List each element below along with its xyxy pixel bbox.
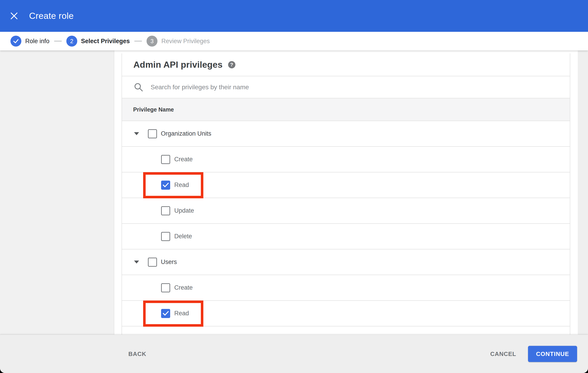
privilege-label: Read <box>174 310 189 317</box>
privilege-row-users[interactable]: Users <box>122 249 570 275</box>
close-button[interactable] <box>10 12 18 20</box>
help-icon[interactable]: ? <box>228 61 235 68</box>
privileges-panel: Admin API privileges ? Privilege Name Or… <box>122 53 570 373</box>
screen: Create role Role info 2 Select Privilege… <box>0 0 588 373</box>
privilege-label: Users <box>161 259 177 266</box>
privilege-rows: Organization UnitsCreateReadUpdateDelete… <box>122 121 570 354</box>
privilege-row-create[interactable]: Create <box>122 275 570 301</box>
checkbox-unchecked[interactable] <box>148 129 157 138</box>
privilege-row-read[interactable]: Read <box>122 172 570 198</box>
step-role-info[interactable]: Role info <box>10 36 50 47</box>
step-label: Review Privileges <box>161 38 210 45</box>
step-connector <box>54 41 62 41</box>
step-number-circle: 2 <box>66 36 77 47</box>
step-review-privileges[interactable]: 3 Review Privileges <box>147 36 210 47</box>
stepper: Role info 2 Select Privileges 3 Review P… <box>0 32 588 51</box>
checkbox-unchecked[interactable] <box>161 283 170 292</box>
check-icon <box>163 311 169 316</box>
privilege-label: Read <box>174 182 189 188</box>
footer-bar: BACK CANCEL CONTINUE <box>0 335 588 373</box>
checkbox-unchecked[interactable] <box>161 155 170 164</box>
checkbox-checked[interactable] <box>161 309 170 318</box>
step-complete-circle <box>10 36 21 47</box>
back-button[interactable]: BACK <box>128 351 146 358</box>
search-input[interactable] <box>150 83 492 91</box>
check-icon <box>163 183 169 187</box>
close-icon <box>10 12 18 20</box>
privilege-label: Organization Units <box>161 130 211 137</box>
privilege-label: Update <box>174 207 194 214</box>
create-role-dialog: Create role Role info 2 Select Privilege… <box>0 0 588 373</box>
dialog-title: Create role <box>29 11 74 21</box>
checkbox-checked[interactable] <box>161 181 170 190</box>
checkbox-unchecked[interactable] <box>148 258 157 267</box>
step-label: Select Privileges <box>81 38 130 45</box>
privilege-label: Create <box>174 156 193 163</box>
privilege-row-read[interactable]: Read <box>122 301 570 326</box>
privilege-label: Create <box>174 284 193 291</box>
check-icon <box>13 39 19 43</box>
left-sidebar <box>0 51 114 373</box>
expand-arrow-icon[interactable] <box>134 132 139 135</box>
cancel-button[interactable]: CANCEL <box>490 351 516 358</box>
privilege-search-row <box>122 76 570 98</box>
scrollbar-track[interactable] <box>578 51 588 335</box>
step-select-privileges[interactable]: 2 Select Privileges <box>66 36 130 47</box>
appbar: Create role <box>0 0 588 32</box>
column-header-privilege-name: Privilege Name <box>133 106 174 113</box>
panel-title: Admin API privileges <box>133 60 223 70</box>
step-label: Role info <box>25 38 50 45</box>
privilege-row-organization-units[interactable]: Organization Units <box>122 121 570 147</box>
search-icon <box>134 83 143 92</box>
footer-actions: CANCEL CONTINUE <box>490 346 577 362</box>
checkbox-unchecked[interactable] <box>161 206 170 215</box>
step-number-circle: 3 <box>147 36 158 47</box>
privilege-row-delete[interactable]: Delete <box>122 224 570 249</box>
panel-heading-row: Admin API privileges ? <box>122 53 570 76</box>
continue-button[interactable]: CONTINUE <box>528 346 577 362</box>
checkbox-unchecked[interactable] <box>161 232 170 241</box>
privilege-label: Delete <box>174 233 192 240</box>
privilege-row-create[interactable]: Create <box>122 147 570 172</box>
step-connector <box>134 41 142 41</box>
privilege-row-update[interactable]: Update <box>122 198 570 224</box>
table-header-row: Privilege Name <box>122 98 570 121</box>
expand-arrow-icon[interactable] <box>134 260 139 263</box>
